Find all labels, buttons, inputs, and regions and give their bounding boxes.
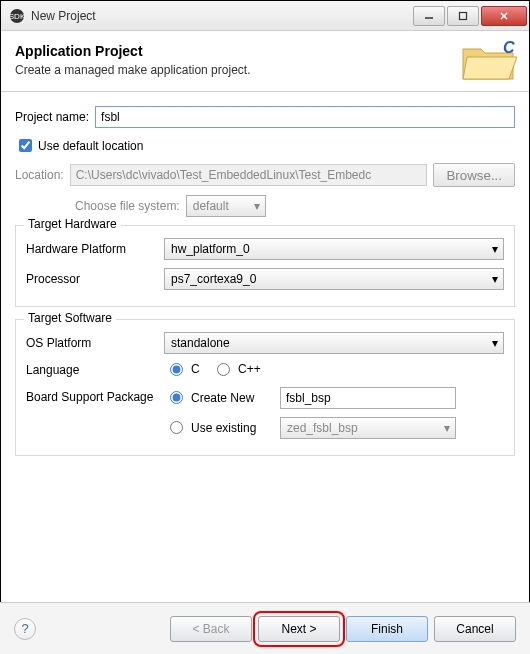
finish-button[interactable]: Finish bbox=[346, 616, 428, 642]
svg-text:C: C bbox=[503, 39, 515, 56]
svg-rect-3 bbox=[460, 12, 467, 19]
svg-marker-7 bbox=[463, 57, 517, 79]
banner: Application Project Create a managed mak… bbox=[1, 31, 529, 92]
cancel-button[interactable]: Cancel bbox=[434, 616, 516, 642]
hardware-platform-label: Hardware Platform bbox=[26, 242, 164, 256]
choose-fs-label: Choose file system: bbox=[75, 199, 180, 213]
svg-text:SDK: SDK bbox=[9, 12, 25, 21]
app-icon: SDK bbox=[9, 8, 25, 24]
project-name-label: Project name: bbox=[15, 110, 89, 124]
os-platform-select[interactable]: standalone ▾ bbox=[164, 332, 504, 354]
language-cpp-radio[interactable] bbox=[217, 363, 230, 376]
chevron-down-icon: ▾ bbox=[492, 336, 498, 350]
footer: ? < Back Next > Finish Cancel bbox=[0, 602, 530, 654]
page-title: Application Project bbox=[15, 43, 250, 59]
minimize-button[interactable] bbox=[413, 6, 445, 26]
titlebar: SDK New Project bbox=[1, 1, 529, 31]
use-default-location-label: Use default location bbox=[38, 139, 143, 153]
chevron-down-icon: ▾ bbox=[254, 199, 260, 213]
bsp-existing-select: zed_fsbl_bsp ▾ bbox=[280, 417, 456, 439]
chevron-down-icon: ▾ bbox=[444, 421, 450, 435]
os-platform-value: standalone bbox=[171, 336, 230, 350]
close-button[interactable] bbox=[481, 6, 527, 26]
wizard-icon: C bbox=[459, 37, 519, 83]
target-hardware-legend: Target Hardware bbox=[24, 217, 121, 231]
next-button[interactable]: Next > bbox=[258, 616, 340, 642]
project-name-input[interactable] bbox=[95, 106, 515, 128]
target-software-legend: Target Software bbox=[24, 311, 116, 325]
use-default-location-checkbox[interactable] bbox=[19, 139, 32, 152]
window-title: New Project bbox=[31, 9, 411, 23]
os-platform-label: OS Platform bbox=[26, 336, 164, 350]
target-software-group: Target Software OS Platform standalone ▾… bbox=[15, 319, 515, 456]
back-button: < Back bbox=[170, 616, 252, 642]
bsp-create-new-radio[interactable] bbox=[170, 391, 183, 404]
language-c-radio[interactable] bbox=[170, 363, 183, 376]
processor-select[interactable]: ps7_cortexa9_0 ▾ bbox=[164, 268, 504, 290]
filesystem-select: default ▾ bbox=[186, 195, 266, 217]
language-cpp-label: C++ bbox=[238, 362, 261, 376]
filesystem-value: default bbox=[193, 199, 229, 213]
bsp-use-existing-radio[interactable] bbox=[170, 421, 183, 434]
target-hardware-group: Target Hardware Hardware Platform hw_pla… bbox=[15, 225, 515, 307]
language-label: Language bbox=[26, 363, 164, 377]
bsp-create-new-label: Create New bbox=[191, 391, 254, 405]
bsp-use-existing-label: Use existing bbox=[191, 421, 256, 435]
browse-button: Browse... bbox=[433, 163, 515, 187]
hardware-platform-select[interactable]: hw_platform_0 ▾ bbox=[164, 238, 504, 260]
processor-label: Processor bbox=[26, 272, 164, 286]
language-c-label: C bbox=[191, 362, 200, 376]
bsp-existing-value: zed_fsbl_bsp bbox=[287, 421, 358, 435]
location-input bbox=[70, 164, 428, 186]
chevron-down-icon: ▾ bbox=[492, 272, 498, 286]
content: Project name: Use default location Locat… bbox=[1, 92, 529, 474]
hardware-platform-value: hw_platform_0 bbox=[171, 242, 250, 256]
chevron-down-icon: ▾ bbox=[492, 242, 498, 256]
location-label: Location: bbox=[15, 168, 64, 182]
page-subtitle: Create a managed make application projec… bbox=[15, 63, 250, 77]
maximize-button[interactable] bbox=[447, 6, 479, 26]
bsp-create-new-input[interactable] bbox=[280, 387, 456, 409]
processor-value: ps7_cortexa9_0 bbox=[171, 272, 256, 286]
help-button[interactable]: ? bbox=[14, 618, 36, 640]
bsp-label: Board Support Package bbox=[26, 387, 164, 404]
